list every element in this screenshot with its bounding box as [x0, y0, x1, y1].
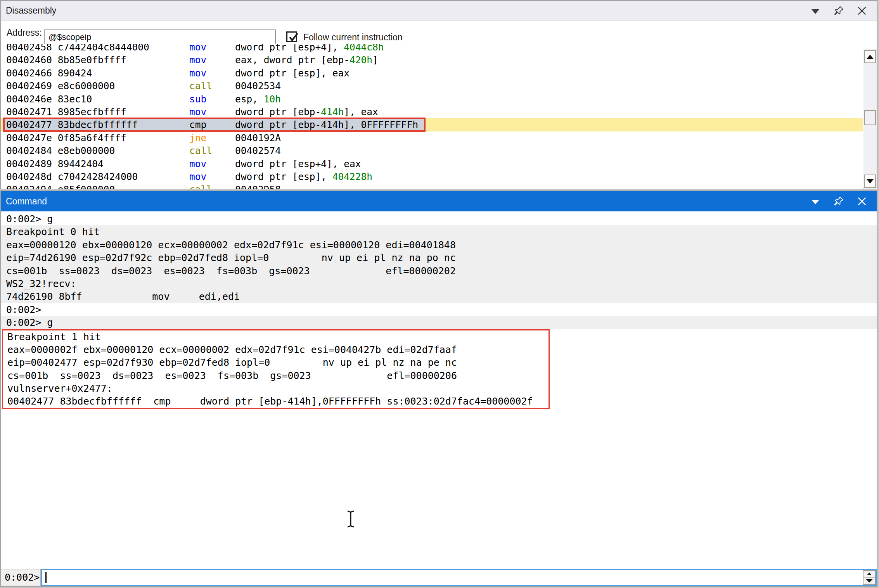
command-line: 00402477 83bdecfbffffff cmp dword ptr [e… [3, 395, 549, 408]
close-icon[interactable] [857, 196, 867, 207]
command-line: eax=00000120 ebx=00000120 ecx=00000002 e… [1, 239, 877, 251]
disasm-row[interactable]: 00402484 e8eb000000 call 00402574 [1, 144, 863, 157]
scroll-down-button[interactable] [864, 175, 876, 188]
follow-checkbox[interactable] [286, 31, 297, 42]
disasm-row[interactable]: 00402471 8985ecfbffff mov dword ptr [ebp… [1, 105, 863, 118]
disassembly-code-area: 00402458 c7442404c8444000 mov dword ptr … [1, 44, 863, 189]
arrow-up-icon [867, 55, 874, 59]
command-line: eip=00402477 esp=02d7f930 ebp=02d7fed8 i… [3, 356, 549, 369]
command-line: 74d26190 8bff mov edi,edi [1, 290, 877, 303]
chevron-down-icon[interactable] [810, 5, 821, 16]
arrow-down-icon [867, 179, 874, 183]
ibeam-cursor [344, 510, 357, 530]
command-block: 0:002> [1, 303, 877, 316]
close-icon[interactable] [857, 5, 867, 16]
command-title: Command [6, 196, 47, 207]
breakpoint-output-red-box: Breakpoint 1 hiteax=0000002f ebx=0000012… [2, 329, 550, 409]
pin-icon[interactable] [833, 196, 844, 207]
input-spinner [863, 570, 876, 585]
current-instruction-red-box: 00402477 83bdecfbffffff cmp dword ptr [e… [3, 118, 426, 132]
command-input[interactable] [42, 570, 876, 585]
address-input[interactable] [44, 29, 276, 45]
spinner-up-button[interactable] [863, 571, 875, 578]
spinner-down-button[interactable] [863, 578, 875, 584]
command-block: Breakpoint 0 hiteax=00000120 ebx=0000012… [1, 225, 877, 303]
arrow-down-icon [866, 579, 873, 583]
command-block: 0:002> g [1, 213, 877, 225]
command-line: vulnserver+0x2477: [3, 382, 549, 395]
disasm-row[interactable]: 00402466 890424 mov dword ptr [esp], eax [1, 67, 863, 80]
pin-icon[interactable] [833, 5, 844, 16]
disasm-row[interactable]: 00402494 e85f000000 call 00402D58 [1, 183, 863, 189]
command-line: cs=001b ss=0023 ds=0023 es=0023 fs=003b … [3, 369, 549, 382]
disasm-row[interactable]: 0040248d c7042428424000 mov dword ptr [e… [1, 170, 863, 183]
disasm-row[interactable]: 00402489 89442404 mov dword ptr [esp+4],… [1, 157, 863, 170]
command-input-row: 0:002> [1, 569, 877, 586]
arrow-up-icon [867, 572, 872, 575]
text-caret [45, 572, 47, 583]
command-line: 0:002> g [1, 213, 877, 225]
command-output-area: 0:002> gBreakpoint 0 hiteax=00000120 ebx… [1, 211, 877, 569]
follow-checkbox-label: Follow current instruction [303, 32, 403, 43]
command-line: Breakpoint 0 hit [1, 225, 877, 238]
command-input-wrap [41, 569, 877, 586]
command-line: eax=0000002f ebx=00000120 ecx=00000002 e… [3, 343, 549, 356]
scroll-up-button[interactable] [864, 50, 876, 63]
command-block: 0:002> g [1, 316, 877, 329]
address-label: Address: [7, 28, 42, 38]
command-line: eip=74d26190 esp=02d7f92c ebp=02d7fed8 i… [1, 251, 877, 264]
command-window: Command 0:002> gBreakpoint 0 hiteax=0000… [0, 190, 877, 587]
disasm-row[interactable]: 00402469 e8c6000000 call 00402534 [1, 80, 863, 92]
command-line: WS2_32!recv: [1, 277, 877, 290]
command-line: 0:002> g [1, 316, 877, 329]
disassembly-title: Disassembly [6, 5, 56, 16]
disassembly-titlebar: Disassembly [1, 1, 877, 21]
command-line: cs=001b ss=0023 ds=0023 es=0023 fs=003b … [1, 265, 877, 277]
disassembly-scrollbar[interactable] [863, 49, 877, 189]
disasm-row[interactable]: 00402458 c7442404c8444000 mov dword ptr … [1, 44, 863, 54]
disasm-row-current[interactable]: 00402477 83bdecfbffffff cmp dword ptr [e… [1, 118, 863, 131]
chevron-down-icon[interactable] [810, 196, 821, 207]
disasm-row[interactable]: 0040246e 83ec10 sub esp, 10h [1, 93, 863, 105]
command-line: Breakpoint 1 hit [3, 330, 549, 343]
command-titlebar: Command [1, 191, 877, 211]
disasm-row[interactable]: 0040247e 0f85a6f4ffff jne 0040192A [1, 131, 863, 144]
scroll-thumb[interactable] [864, 110, 876, 125]
command-prompt-label: 0:002> [1, 569, 41, 586]
command-line: 0:002> [1, 303, 877, 316]
disassembly-toolbar: Address: Follow current instruction [1, 21, 877, 45]
disassembly-window: Disassembly Address: Follow current inst… [0, 0, 877, 189]
disasm-row[interactable]: 00402460 8b85e0fbffff mov eax, dword ptr… [1, 54, 863, 66]
